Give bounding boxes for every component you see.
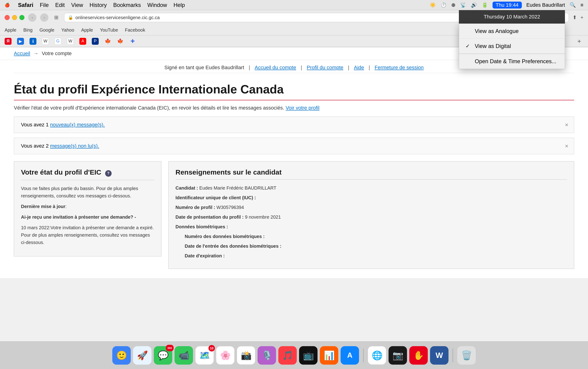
eic-status-column: Votre état du profil d'EIC ? Vous ne fai… <box>14 161 162 269</box>
search-icon[interactable]: 🔍 <box>569 2 576 8</box>
share-button[interactable]: ⬆ <box>573 15 577 20</box>
biometric-number-row: Numéro des données biométriques : <box>175 233 567 240</box>
unread-messages-link[interactable]: message(s) non lu(s). <box>50 143 99 149</box>
bookmark-facebook[interactable]: Facebook <box>125 27 145 33</box>
bookmark-youtube[interactable]: YouTube <box>100 27 118 33</box>
dock-appstore[interactable]: A <box>341 346 359 365</box>
favicon-maple2[interactable]: 🍁 <box>117 38 124 45</box>
favicon-play[interactable]: ▶ <box>17 38 24 45</box>
alert-1-close-button[interactable]: × <box>565 121 568 128</box>
signed-separator-4: | <box>369 65 370 71</box>
dock-trash[interactable]: 🗑️ <box>457 346 476 365</box>
dock-launchpad[interactable]: 🚀 <box>133 346 152 365</box>
view-analogue-option[interactable]: View as Analogue <box>459 24 565 39</box>
breadcrumb-home-link[interactable]: Accueil <box>14 51 30 56</box>
dock-finder[interactable]: 🙂 <box>112 346 131 365</box>
candidate-card: Renseignements sur le candidat Candidat … <box>168 161 574 269</box>
favicon-wiki[interactable]: W <box>42 38 49 45</box>
fullscreen-window-button[interactable] <box>19 15 24 20</box>
dock-camera[interactable]: 📸 <box>237 346 255 365</box>
menu-bar: 🍎 Safari File Edit View History Bookmark… <box>0 0 588 10</box>
dock-facetime[interactable]: 📹 <box>174 346 193 365</box>
dock-stop[interactable]: ✋ <box>409 346 428 365</box>
voir-profil-link[interactable]: Voir votre profil <box>286 105 320 111</box>
sound-icon: 🔊 <box>471 2 477 8</box>
favicon-yandex[interactable]: Я <box>5 38 11 45</box>
apple-menu-icon[interactable]: 🍎 <box>5 2 10 8</box>
dock-screencapture[interactable]: 📷 <box>388 346 407 365</box>
menu-window[interactable]: Window <box>147 2 167 8</box>
eic-card-body: Vous ne faites plus partie du bassin. Po… <box>21 185 154 246</box>
help-link[interactable]: Aide <box>354 65 364 71</box>
favicon-cross[interactable]: ✚ <box>129 38 136 45</box>
dock-maps[interactable]: 🗺️ 10 <box>195 346 214 365</box>
webpage-content: Accueil → Votre compte Signé en tant que… <box>0 47 588 278</box>
menu-view[interactable]: View <box>71 2 83 8</box>
new-tab-button[interactable]: + <box>580 15 583 20</box>
favicon-adobe[interactable]: A <box>79 38 86 45</box>
menu-history[interactable]: History <box>90 2 107 8</box>
security-lock-icon: 🔒 <box>68 15 73 20</box>
profile-link[interactable]: Profil du compte <box>307 65 343 71</box>
biometric-entry-date-row: Date de l'entrée des données biométrique… <box>175 242 567 250</box>
back-button[interactable]: ‹ <box>28 13 36 22</box>
alert-2-close-button[interactable]: × <box>565 143 568 150</box>
favicon-google[interactable]: G <box>54 38 61 45</box>
eic-body-text1: Vous ne faites plus partie du bassin. Po… <box>21 185 154 199</box>
favicon-maple1[interactable]: 🍁 <box>104 38 111 45</box>
dock-numbers[interactable]: 📊 <box>320 346 338 365</box>
alert-box-1: Vous avez 1 nouveau(x) message(s). × <box>14 116 574 133</box>
favicon-wiki2[interactable]: W <box>67 38 74 45</box>
eic-last-update: Dernière mise à jour: <box>21 203 154 210</box>
prefs-checkmark <box>466 58 472 64</box>
dock: 🙂 🚀 💬 004 📹 🗺️ 10 🌸 📸 🎙️ 🎵 📺 📊 A 🌐 📷 ✋ W… <box>0 341 588 369</box>
dock-photos[interactable]: 🌸 <box>216 346 234 365</box>
battery-icon: 🔋 <box>482 2 488 8</box>
bookmark-bing[interactable]: Bing <box>23 27 32 33</box>
digital-checkmark: ✓ <box>466 43 472 49</box>
biometric-expiry-date-row: Date d'expiration : <box>175 252 567 259</box>
clock-display[interactable]: Thu 19:44 <box>493 2 522 9</box>
sidebar-toggle-button[interactable]: ⊞ <box>52 13 61 22</box>
favicon-info[interactable]: ℹ <box>30 38 36 45</box>
menu-help[interactable]: Help <box>173 2 185 8</box>
bookmark-apple[interactable]: Apple <box>5 27 16 33</box>
menu-bookmarks[interactable]: Bookmarks <box>113 2 141 8</box>
app-menu-safari[interactable]: Safari <box>18 2 33 8</box>
main-content: Signé en tant que Eudes Baudrillart | Ac… <box>0 60 588 278</box>
close-window-button[interactable] <box>5 15 10 20</box>
bookmark-google[interactable]: Google <box>40 27 54 33</box>
logout-link[interactable]: Fermeture de session <box>375 65 424 71</box>
url-text: onlineservices-servicesenligene.cic.gc.c… <box>75 15 160 20</box>
new-messages-link[interactable]: nouveau(x) message(s). <box>50 122 105 128</box>
dock-tv[interactable]: 📺 <box>299 346 317 365</box>
candidate-profile-num-row: Numéro de profil : W305796394 <box>175 204 567 211</box>
dock-separator-2 <box>453 348 453 362</box>
account-home-link[interactable]: Accueil du compte <box>255 65 296 71</box>
bookmark-apple2[interactable]: Apple <box>81 27 93 33</box>
menu-edit[interactable]: Edit <box>55 2 65 8</box>
view-digital-option[interactable]: ✓ View as Digital <box>459 39 565 54</box>
brightness-icon: ☀️ <box>430 2 436 8</box>
dock-chrome[interactable]: 🌐 <box>368 346 386 365</box>
favicon-p[interactable]: P <box>92 38 99 45</box>
menu-file[interactable]: File <box>40 2 49 8</box>
dock-messages[interactable]: 💬 004 <box>154 346 172 365</box>
dock-music[interactable]: 🎵 <box>278 346 297 365</box>
open-datetime-prefs-option[interactable]: Open Date & Time Preferences... <box>459 54 565 69</box>
add-tab-button[interactable]: + <box>575 37 583 45</box>
dropdown-menu: View as Analogue ✓ View as Digital Open … <box>459 23 565 69</box>
eic-help-icon[interactable]: ? <box>105 170 112 177</box>
dock-podcasts[interactable]: 🎙️ <box>258 346 276 365</box>
dropdown-date-header: Thursday 10 March 2022 <box>459 10 565 23</box>
dock-word[interactable]: W <box>430 346 448 365</box>
bookmark-yahoo[interactable]: Yahoo <box>61 27 74 33</box>
control-center-icon[interactable]: ≡ <box>580 2 583 8</box>
bluetooth-icon: ⊕ <box>451 2 456 8</box>
forward-button[interactable]: › <box>40 13 48 22</box>
clock-dropdown: Thursday 10 March 2022 View as Analogue … <box>459 10 565 69</box>
breadcrumb-arrow: → <box>33 51 39 56</box>
dock-separator <box>363 348 364 362</box>
minimize-window-button[interactable] <box>12 15 17 20</box>
user-name-display[interactable]: Eudes Baudrillart <box>527 2 565 8</box>
